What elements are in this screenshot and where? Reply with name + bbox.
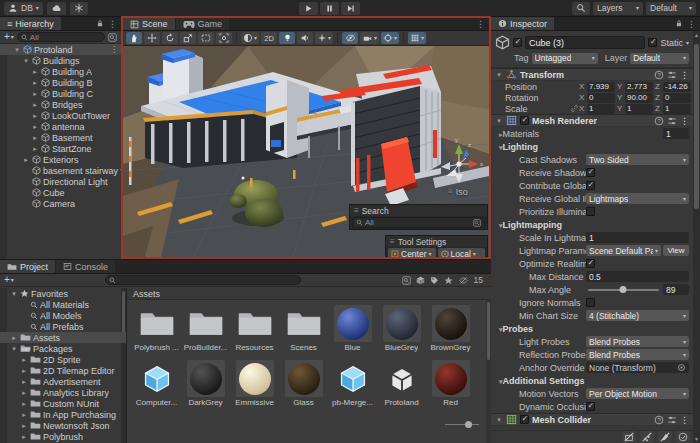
edit-collider-box-button[interactable] — [622, 431, 636, 443]
breadcrumb[interactable]: Assets — [127, 288, 491, 300]
project-tree-item-all-materials[interactable]: All Materials — [0, 299, 126, 310]
asset-grid-scrollbar[interactable] — [486, 300, 491, 443]
search-by-type-icon[interactable] — [473, 219, 481, 227]
projection-toggle[interactable]: ≡ Iso — [448, 187, 468, 197]
asset-computer[interactable]: Computer... — [133, 360, 180, 407]
rotation-x-field[interactable]: 0 — [587, 93, 615, 103]
create-asset-button[interactable]: +▾ — [4, 275, 14, 285]
view-button[interactable]: View — [663, 245, 689, 256]
asset-glass[interactable]: Glass — [280, 360, 327, 407]
foldout-collapsed-icon[interactable]: ▸ — [31, 101, 39, 108]
2d-toggle-button[interactable]: 2D — [261, 32, 277, 44]
gameobject-cube-icon[interactable] — [495, 35, 510, 50]
foldout-collapsed-icon[interactable]: ▸ — [20, 422, 28, 429]
global-search-button[interactable] — [572, 2, 590, 15]
anchor-override-object-field[interactable]: None (Transform) — [586, 362, 689, 373]
contribute-global-checkbox[interactable] — [586, 181, 595, 190]
kebab-menu-icon[interactable]: ⋮ — [687, 19, 696, 29]
foldout-expanded-icon[interactable]: ▾ — [13, 46, 21, 53]
tab-hierarchy[interactable]: ≡ Hierarchy — [0, 17, 61, 30]
receive-shadows-checkbox[interactable] — [586, 168, 595, 177]
max-angle-slider[interactable] — [588, 289, 659, 291]
cast-shadows-dropdown[interactable]: Two Sided▾ — [586, 154, 689, 165]
project-tree-item-in-app-purchasing[interactable]: ▸In App Purchasing — [0, 409, 126, 420]
link-scale-icon[interactable] — [569, 104, 579, 113]
edit-collider-points-button[interactable] — [640, 431, 654, 443]
asset-scenes[interactable]: Scenes — [280, 305, 327, 352]
tab-game[interactable]: Game — [176, 18, 230, 30]
hierarchy-item-protoland[interactable]: ▾Protoland⋮ — [0, 44, 121, 55]
asset-bluegrey[interactable]: BlueGrey — [378, 305, 425, 352]
reflection-probes-dropdown[interactable]: Blend Probes▾ — [586, 349, 689, 360]
scale-z-field[interactable]: 1 — [663, 104, 691, 114]
foldout-collapsed-icon[interactable]: ▸ — [20, 433, 28, 440]
foldout-collapsed-icon[interactable]: ▸ — [22, 156, 30, 163]
package-icon[interactable] — [416, 276, 425, 285]
project-search-input[interactable] — [105, 275, 301, 285]
dynamic-occlusio-checkbox[interactable] — [586, 402, 595, 411]
kebab-menu-icon[interactable]: ⋮ — [108, 19, 117, 29]
search-by-type-icon[interactable] — [108, 33, 117, 42]
tab-project[interactable]: Project — [0, 260, 55, 273]
foldout-collapsed-icon[interactable]: ▸ — [20, 389, 28, 396]
project-tree-item-all-prefabs[interactable]: All Prefabs — [0, 321, 126, 332]
project-tree-item-polybrush[interactable]: ▸Polybrush — [0, 431, 126, 442]
max-distance-field[interactable]: 0.5 — [586, 271, 689, 282]
tab-console[interactable]: Console — [56, 260, 115, 273]
scroll-down-icon[interactable]: ▼ — [693, 436, 700, 442]
asset-resources[interactable]: Resources — [231, 305, 278, 352]
label-tag-icon[interactable] — [430, 276, 439, 285]
active-checkbox[interactable] — [513, 38, 522, 47]
foldout-collapsed-icon[interactable]: ▸ — [20, 356, 28, 363]
cloud-services-button[interactable] — [47, 2, 66, 15]
scene-viewport[interactable]: y z x ≡ Iso ≡ Search All ≡ Tool Setting — [123, 46, 489, 257]
lightmap-paramet-dropdown[interactable]: Scene Default Para▾ — [586, 245, 661, 256]
position-y-field[interactable]: 2.773 — [625, 82, 653, 92]
lighting-toggle-button[interactable] — [279, 32, 295, 44]
static-checkbox[interactable] — [648, 38, 657, 47]
prioritize-illuminati-checkbox[interactable] — [586, 207, 595, 216]
asset-polybrush[interactable]: Polybrush ... — [133, 305, 180, 352]
pivot-mode-dropdown[interactable]: Center ▾ — [388, 248, 436, 257]
hierarchy-item-building-c[interactable]: ▸Building C — [0, 88, 121, 99]
foldout-expanded-icon[interactable]: ▾ — [10, 345, 18, 352]
layer-dropdown[interactable]: Default▾ — [630, 53, 689, 64]
kebab-menu-icon[interactable]: ⋮ — [680, 70, 689, 80]
tab-inspector[interactable]: Inspector — [491, 17, 554, 30]
rotate-tool-button[interactable] — [162, 32, 178, 44]
project-tree-item-assets[interactable]: ▸Assets — [0, 332, 126, 343]
hierarchy-item-basement-stairway-v[interactable]: basement stairway v — [0, 165, 121, 176]
hierarchy-item-building-b[interactable]: ▸Building B — [0, 77, 121, 88]
transform-component-header[interactable]: ▾ Transform ? ⋮ — [491, 68, 693, 81]
project-tree-item-advertisement[interactable]: ▸Advertisement — [0, 376, 126, 387]
kebab-menu-icon[interactable]: ⋮ — [680, 415, 689, 425]
hierarchy-item-exteriors[interactable]: ▸Exteriors — [0, 154, 121, 165]
gizmos-toggle-dropdown[interactable]: ▾ — [381, 32, 399, 44]
asset-blue[interactable]: Blue — [329, 305, 376, 352]
help-icon[interactable]: ? — [654, 70, 664, 80]
hierarchy-item-cube[interactable]: Cube — [0, 187, 121, 198]
hierarchy-item-buildings[interactable]: ▾Buildings — [0, 55, 121, 66]
shading-mode-dropdown[interactable]: ▾ — [241, 32, 259, 44]
asset-pb-merge[interactable]: pb-Merge... — [329, 360, 376, 407]
pause-button[interactable] — [320, 2, 339, 15]
foldout-collapsed-icon[interactable]: ▸ — [31, 134, 39, 141]
rotation-z-field[interactable]: 0 — [663, 93, 691, 103]
position-x-field[interactable]: 7.939 — [587, 82, 615, 92]
component-enabled-checkbox[interactable] — [520, 415, 529, 424]
foldout-expanded-icon[interactable]: ▾ — [10, 290, 18, 297]
tag-dropdown[interactable]: Untagged▾ — [532, 53, 598, 64]
project-tree-item-packages[interactable]: ▾Packages — [0, 343, 126, 354]
hierarchy-item-startzone[interactable]: ▸StartZone — [0, 143, 121, 154]
scroll-up-icon[interactable]: ▲ — [693, 32, 700, 38]
edit-collider-brush-button[interactable] — [658, 431, 672, 443]
materials-value-field[interactable]: 1 — [663, 128, 689, 139]
drag-handle-icon[interactable]: ≡ — [354, 207, 359, 215]
foldout-collapsed-icon[interactable]: ▸ — [31, 79, 39, 86]
scale-x-field[interactable]: 1 — [587, 104, 615, 114]
foldout-icon[interactable]: ▾ — [495, 117, 503, 124]
favorites-star-icon[interactable] — [444, 276, 453, 285]
scene-camera-dropdown[interactable]: ▾ — [360, 32, 379, 44]
lock-icon[interactable] — [96, 19, 104, 28]
thumbnail-zoom-slider[interactable] — [445, 420, 479, 428]
